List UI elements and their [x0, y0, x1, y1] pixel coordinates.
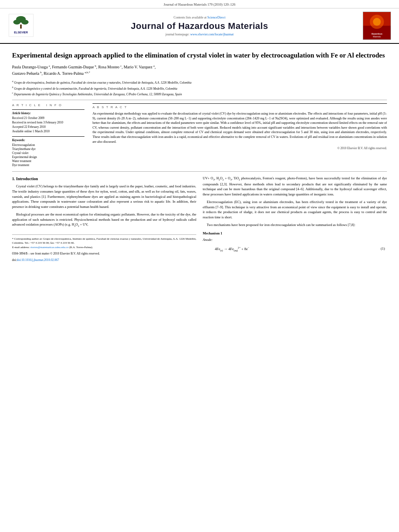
anode-label: Anode: [203, 237, 387, 242]
article-info-header: A R T I C L E I N F O [12, 103, 84, 107]
affiliation-b: b Grupo de diagnóstico y control de la c… [12, 86, 387, 91]
article-info-column: A R T I C L E I N F O Article history: R… [12, 103, 84, 167]
abstract-column: A B S T R A C T An experimental design m… [93, 103, 387, 167]
body-right-para-2: Electrocoagulation (EC), using iron or a… [203, 199, 387, 220]
keyword-1: Electrocoagulation [12, 143, 84, 147]
affiliations: a Grupo de electroquímica, Instituto de … [12, 80, 387, 97]
body-right-para-3: Two mechanisms have been proposed for ir… [203, 222, 387, 228]
keyword-3: Crystal violet [12, 151, 84, 155]
online-date: Available online 1 March 2010 [12, 129, 84, 133]
copyright-line: © 2010 Elsevier B.V. All rights reserved… [93, 146, 387, 150]
svg-point-2 [13, 20, 21, 25]
affiliation-c: c Departamento de Ingeniería Química y T… [12, 91, 387, 97]
svg-rect-4 [20, 25, 22, 29]
received-date: Received 21 October 2009 [12, 116, 84, 120]
svg-text:ELSEVIER: ELSEVIER [14, 31, 28, 34]
main-content: Experimental design approach applied to … [0, 44, 399, 266]
accepted-date: Accepted 22 February 2010 [12, 125, 84, 129]
revised-date: Received in revised form 3 February 2010 [12, 121, 84, 124]
authors-line: Paula Durango-Usuga a, Fernando Guzmán-D… [12, 64, 387, 77]
equation-1-content: 4Fe(s) → 4Fe(aq)2+ + 8e− [203, 246, 381, 252]
article-history: Article history: Received 21 October 200… [12, 109, 84, 133]
contents-line: Contents lists available at ScienceDirec… [36, 16, 363, 19]
intro-para-2: Biological processes are the most econom… [12, 212, 196, 228]
footnote-corresponding: * Corresponding author at: Grupo de elec… [12, 237, 196, 245]
mechanism-title: Mechanism 1 [203, 231, 387, 236]
history-label: Article history: [12, 111, 84, 115]
email-link[interactable]: rtorres@matematicas.udea.edu.co [31, 246, 69, 249]
info-abstract-columns: A R T I C L E I N F O Article history: R… [12, 103, 387, 167]
body-right-para-1: UV+ O3, H2O2 + O3, TiO2 photocatalysis, … [203, 176, 387, 197]
keywords-label: Keywords: [12, 138, 84, 142]
body-columns: 1. Introduction Crystal violet (CV) belo… [12, 176, 387, 262]
sciencedirect-link[interactable]: ScienceDirect [208, 16, 226, 19]
doi-link[interactable]: doi:10.1016/j.jhazmat.2010.02.067 [17, 258, 59, 262]
article-title: Experimental design approach applied to … [12, 51, 387, 60]
abstract-header: A B S T R A C T [93, 105, 387, 109]
doi-line: doi:doi:10.1016/j.jhazmat.2010.02.067 [12, 258, 196, 262]
intro-para-1: Crystal violet (CV) belongs to the triar… [12, 184, 196, 210]
elsevier-logo: ELSEVIER [8, 13, 36, 38]
svg-text:Materials: Materials [373, 36, 381, 38]
abstract-section: A B S T R A C T An experimental design m… [93, 103, 387, 150]
keyword-5: Water treatment [12, 159, 84, 163]
footnote-email: E-mail address: rtorres@matematicas.udea… [12, 246, 196, 250]
divider-1 [12, 100, 387, 100]
affiliation-a: a Grupo de electroquímica, Instituto de … [12, 80, 387, 85]
body-col-left: 1. Introduction Crystal violet (CV) belo… [12, 176, 196, 262]
intro-title: 1. Introduction [12, 176, 196, 182]
abstract-text: An experimental design methodology was a… [93, 111, 387, 144]
body-col-right: UV+ O3, H2O2 + O3, TiO2 photocatalysis, … [203, 176, 387, 262]
footnotes: * Corresponding author at: Grupo de elec… [12, 234, 196, 262]
keyword-6: Dye treatment [12, 163, 84, 167]
journal-homepage: journal homepage: www.elsevier.com/locat… [36, 33, 363, 36]
journal-header: ELSEVIER Contents lists available at Sci… [0, 8, 399, 44]
journal-thumbnail: Hazardous Materials [363, 12, 391, 40]
journal-center: Contents lists available at ScienceDirec… [36, 16, 363, 36]
equation-1-row: 4Fe(s) → 4Fe(aq)2+ + 8e− (1) [203, 246, 387, 252]
equation-1-number: (1) [381, 246, 387, 252]
svg-point-9 [373, 18, 380, 26]
divider-2 [12, 171, 387, 172]
mechanism-section: Mechanism 1 Anode: 4Fe(s) → 4Fe(aq)2+ + … [203, 231, 387, 253]
keyword-4: Experimental design [12, 155, 84, 159]
keywords-section: Keywords: Electrocoagulation Triarylmeth… [12, 136, 84, 167]
svg-text:Hazardous: Hazardous [371, 33, 382, 35]
journal-reference-text: Journal of Hazardous Materials 179 (2010… [164, 2, 235, 6]
homepage-link[interactable]: www.elsevier.com/locate/jhazmat [190, 33, 234, 36]
journal-reference-bar: Journal of Hazardous Materials 179 (2010… [0, 0, 399, 8]
keyword-2: Triarylmethane dye [12, 147, 84, 151]
journal-title: Journal of Hazardous Materials [36, 21, 363, 31]
issn-line: 0304-3894/$ – see front matter © 2010 El… [12, 251, 196, 256]
svg-point-3 [21, 20, 29, 25]
